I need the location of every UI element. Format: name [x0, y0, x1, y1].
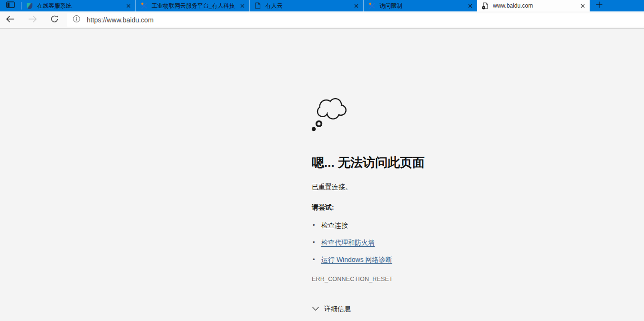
tab-preview-icon: [6, 1, 15, 10]
tab-bar: 在线客服系统 工业物联网云服务平台_有人科技 有人云: [0, 0, 644, 11]
error-message: 已重置连接。: [312, 183, 598, 191]
tab-usr-cloud[interactable]: 有人云: [249, 0, 363, 11]
shield-favicon: [26, 2, 33, 9]
tab-baidu-active[interactable]: www.baidu.com: [477, 0, 590, 11]
forward-button: [24, 11, 41, 29]
info-icon[interactable]: [72, 15, 81, 25]
close-icon[interactable]: [581, 4, 585, 8]
usr-logo-favicon: [141, 2, 147, 9]
suggestion-run-diagnostics: 运行 Windows 网络诊断: [312, 256, 598, 264]
address-url[interactable]: https://www.baidu.com: [87, 16, 153, 24]
tab-preview-button[interactable]: [0, 0, 21, 11]
chevron-down-icon: [312, 305, 319, 313]
details-toggle[interactable]: 详细信息: [312, 305, 351, 313]
thought-bubble-icon: [310, 92, 598, 134]
close-icon[interactable]: [126, 4, 131, 8]
tab-access-restricted[interactable]: 访问限制: [363, 0, 477, 11]
proxy-firewall-link[interactable]: 检查代理和防火墙: [321, 239, 375, 246]
new-tab-button[interactable]: [590, 0, 609, 11]
suggestion-check-connection: 检查连接: [312, 221, 598, 230]
plus-icon: [596, 1, 603, 10]
error-column: 嗯... 无法访问此页面 已重置连接。 请尝试: 检查连接 检查代理和防火墙 运…: [312, 29, 598, 313]
suggestion-check-proxy-firewall: 检查代理和防火墙: [312, 239, 598, 247]
address-bar[interactable]: https://www.baidu.com: [67, 13, 644, 27]
error-code: ERR_CONNECTION_RESET: [312, 276, 598, 282]
tab-title: 访问限制: [379, 2, 464, 10]
tab-online-service[interactable]: 在线客服系统: [21, 0, 135, 11]
error-page: 嗯... 无法访问此页面 已重置连接。 请尝试: 检查连接 检查代理和防火墙 运…: [0, 29, 644, 321]
tab-iot-platform[interactable]: 工业物联网云服务平台_有人科技: [135, 0, 249, 11]
forward-arrow-icon: [28, 15, 37, 25]
tab-title: 工业物联网云服务平台_有人科技: [152, 2, 236, 10]
details-label: 详细信息: [324, 305, 351, 313]
page-favicon: [255, 2, 261, 9]
tab-title: 有人云: [266, 2, 350, 10]
suggestion-label: 检查连接: [321, 221, 348, 229]
network-diagnostics-link[interactable]: 运行 Windows 网络诊断: [321, 256, 392, 263]
tab-title: 在线客服系统: [37, 2, 122, 10]
back-arrow-icon: [6, 15, 15, 25]
tabbar-filler: [609, 0, 644, 11]
tab-title: www.baidu.com: [493, 2, 576, 9]
refresh-button[interactable]: [46, 11, 63, 29]
close-icon[interactable]: [240, 4, 245, 8]
refresh-icon: [50, 14, 59, 25]
error-title: 嗯... 无法访问此页面: [312, 154, 598, 171]
close-icon[interactable]: [468, 4, 472, 8]
suggestion-list: 检查连接 检查代理和防火墙 运行 Windows 网络诊断: [312, 221, 598, 264]
back-button[interactable]: [2, 11, 19, 29]
page-error-favicon: [482, 2, 489, 9]
suggestion-header: 请尝试:: [312, 203, 598, 212]
usr-logo-favicon: [368, 2, 375, 9]
close-icon[interactable]: [354, 4, 358, 8]
navigation-bar: https://www.baidu.com: [0, 11, 644, 29]
